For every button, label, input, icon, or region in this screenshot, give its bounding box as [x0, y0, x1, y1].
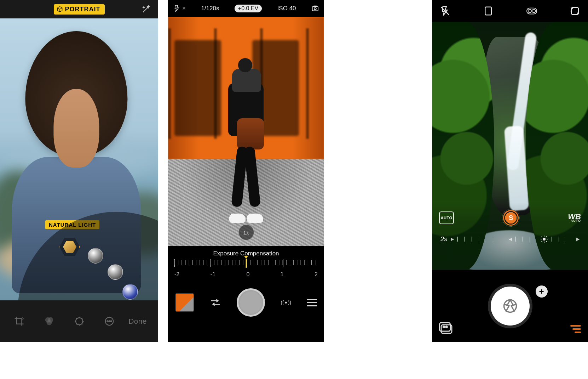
- shutter-speed-readout[interactable]: 1/120s: [201, 5, 219, 12]
- exposure-time-label: 2s: [440, 236, 447, 243]
- switch-camera-icon: [311, 5, 319, 12]
- portrait-mode-label: PORTRAIT: [65, 6, 100, 13]
- flash-off-icon: [173, 5, 181, 12]
- pro-top-bar: [432, 0, 588, 22]
- lighting-option-4[interactable]: [122, 284, 138, 300]
- svg-line-23: [542, 241, 542, 242]
- svg-point-5: [107, 321, 108, 322]
- transfer-button[interactable]: [208, 295, 223, 310]
- viewfinder-subject: [221, 58, 271, 223]
- gallery-thumbnail[interactable]: [175, 293, 194, 312]
- iso-readout[interactable]: ISO 40: [277, 5, 296, 12]
- flash-off-icon: [440, 6, 450, 16]
- zoom-level-button[interactable]: 1x: [238, 225, 254, 240]
- photo-viewport[interactable]: NATURAL LIGHT: [0, 18, 158, 300]
- orientation-button[interactable]: [568, 4, 582, 18]
- transfer-arrows-icon: [210, 298, 221, 307]
- cube-icon: [57, 6, 63, 12]
- af-mode-label: AUTO: [441, 216, 452, 220]
- format-icon: [483, 6, 494, 16]
- panel-manual-camera: ✕ 1/120s +0.0 EV ISO 40 1x Exposure Comp…: [168, 0, 324, 342]
- chevron-left-icon: ◀: [509, 237, 512, 242]
- ev-tick: 0: [246, 271, 249, 278]
- pro-overlay-controls: AUTO S WB AUTO 2s ▶ ◀: [432, 203, 588, 270]
- svg-point-7: [110, 321, 111, 322]
- svg-point-16: [543, 238, 545, 240]
- svg-line-24: [546, 237, 547, 237]
- dual-lens-icon: [526, 6, 537, 16]
- svg-point-13: [528, 9, 531, 12]
- svg-rect-8: [312, 7, 318, 11]
- filters-button[interactable]: [39, 313, 60, 330]
- filters-icon: [44, 316, 54, 327]
- zoom-label: 1x: [243, 230, 249, 236]
- aperture-icon: [501, 297, 519, 315]
- brightness-icon: [540, 235, 548, 243]
- crop-button[interactable]: [8, 313, 30, 330]
- portrait-mode-badge: PORTRAIT: [54, 4, 105, 15]
- gallery-roll-icon: [439, 322, 454, 334]
- ev-tick: -2: [174, 271, 179, 278]
- camera-viewfinder[interactable]: 1x: [168, 17, 324, 246]
- shutter-button[interactable]: [237, 288, 265, 317]
- svg-point-29: [446, 326, 448, 328]
- ev-tick: -1: [211, 271, 215, 278]
- pro-shutter-button[interactable]: [491, 287, 530, 326]
- gallery-roll-button[interactable]: [439, 322, 454, 334]
- auto-enhance-button[interactable]: [140, 4, 152, 15]
- menu-button[interactable]: [307, 299, 317, 306]
- flash-toggle[interactable]: ✕: [173, 5, 186, 12]
- ev-tick: 2: [315, 271, 318, 278]
- chevron-right-icon: ▶: [576, 237, 580, 242]
- af-mode-chip[interactable]: AUTO: [439, 211, 454, 224]
- orientation-icon: [570, 6, 580, 16]
- svg-point-9: [314, 8, 316, 10]
- flash-button[interactable]: [438, 4, 452, 18]
- ev-tick: 1: [281, 271, 284, 278]
- svg-point-28: [443, 326, 445, 328]
- more-icon: [104, 316, 115, 327]
- ev-readout[interactable]: +0.0 EV: [235, 5, 262, 12]
- svg-point-2: [47, 320, 52, 325]
- adjust-dial-icon: [74, 316, 85, 327]
- filter-menu-button[interactable]: [570, 325, 581, 333]
- magic-wand-icon: [142, 5, 151, 14]
- add-button[interactable]: +: [536, 285, 548, 298]
- crop-icon: [14, 316, 24, 327]
- ev-slider[interactable]: -2 -1 0 1 2: [168, 259, 324, 280]
- panel-pro-camera: AUTO S WB AUTO 2s ▶ ◀: [432, 0, 588, 342]
- camera-bottom-bar: ((•)): [168, 280, 324, 325]
- switch-camera-button[interactable]: [311, 5, 319, 12]
- svg-line-22: [546, 241, 547, 242]
- shutter-priority-label: S: [509, 214, 513, 222]
- pro-viewfinder[interactable]: AUTO S WB AUTO 2s ▶ ◀: [432, 22, 588, 270]
- shutter-priority-chip[interactable]: S: [503, 210, 519, 226]
- editor-bottom-toolbar: Done: [0, 300, 158, 342]
- svg-point-14: [532, 9, 535, 12]
- svg-line-21: [542, 237, 542, 237]
- lighting-option-3[interactable]: [108, 264, 123, 280]
- lighting-option-2[interactable]: [88, 248, 103, 264]
- ev-slider-marker[interactable]: [246, 259, 247, 268]
- brightness-slider[interactable]: ◀ ▶: [509, 235, 580, 243]
- done-button[interactable]: Done: [128, 317, 149, 326]
- ev-slider-section: Exposure Compensation -2 -1 0 1 2: [168, 246, 324, 280]
- live-broadcast-icon: •: [285, 299, 287, 307]
- svg-point-6: [109, 321, 110, 322]
- exposure-time-slider[interactable]: 2s ▶: [440, 235, 500, 243]
- editor-top-bar: PORTRAIT: [0, 0, 158, 18]
- live-broadcast-button[interactable]: ((•)): [278, 295, 294, 310]
- plus-label: +: [539, 287, 544, 296]
- more-button[interactable]: [99, 313, 120, 330]
- svg-rect-11: [485, 7, 492, 15]
- adjust-button[interactable]: [69, 313, 90, 330]
- panel-portrait-editor: PORTRAIT NATURAL LIGHT: [0, 0, 158, 342]
- white-balance-chip[interactable]: WB AUTO: [568, 214, 581, 222]
- dual-lens-button[interactable]: [525, 4, 538, 18]
- format-button[interactable]: [482, 4, 495, 18]
- chevron-right-icon: ▶: [451, 237, 454, 242]
- pro-bottom-bar: +: [432, 270, 588, 342]
- camera-top-bar: ✕ 1/120s +0.0 EV ISO 40: [168, 0, 324, 17]
